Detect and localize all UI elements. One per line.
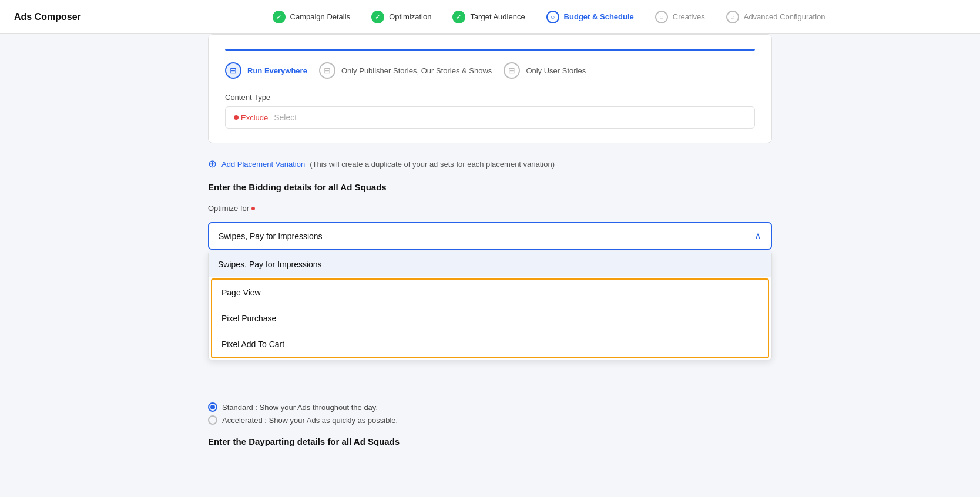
- optimize-dropdown-menu: Swipes, Pay for Impressions Page View Pi…: [208, 251, 772, 360]
- exclude-label: Exclude: [241, 113, 268, 122]
- optimize-dropdown-value: Swipes, Pay for Impressions: [219, 231, 323, 241]
- step-completed-icon: ✓: [371, 11, 384, 23]
- optimize-dropdown-container: Swipes, Pay for Impressions ∧ Swipes, Pa…: [208, 222, 772, 250]
- step-label: Campaign Details: [290, 12, 351, 21]
- content-type-label: Content Type: [225, 93, 755, 102]
- placement-option-run-everywhere[interactable]: ⊟ Run Everywhere: [225, 62, 307, 79]
- step-budget-schedule[interactable]: ○ Budget & Schedule: [536, 11, 645, 23]
- step-label: Advanced Configuration: [744, 12, 825, 21]
- step-label: Budget & Schedule: [564, 12, 634, 21]
- placement-radio-user-stories: ⊟: [504, 62, 520, 79]
- delivery-standard-label: Standard : Show your Ads throughout the …: [222, 403, 378, 412]
- add-placement-icon: ⊕: [208, 157, 217, 170]
- optimize-for-field: Optimize for: [208, 204, 772, 213]
- delivery-accelerated-label: Accelerated : Show your Ads as quickly a…: [222, 416, 398, 425]
- required-indicator: [251, 207, 255, 210]
- optimize-for-label: Optimize for: [208, 204, 772, 213]
- content-type-input[interactable]: Exclude Select: [225, 106, 755, 129]
- placement-icon-publisher-stories: ⊟: [324, 66, 331, 75]
- add-placement-label: Add Placement Variation: [221, 160, 305, 169]
- step-active-icon: ○: [546, 11, 559, 23]
- placement-radio-publisher-stories: ⊟: [319, 62, 335, 79]
- dayparting-heading: Enter the Dayparting details for all Ad …: [208, 436, 772, 454]
- step-target-audience[interactable]: ✓ Target Audience: [442, 11, 535, 23]
- placement-option-publisher-stories[interactable]: ⊟ Only Publisher Stories, Our Stories & …: [319, 62, 492, 79]
- dropdown-item-swipes[interactable]: Swipes, Pay for Impressions: [209, 251, 771, 277]
- add-placement-variation[interactable]: ⊕ Add Placement Variation (This will cre…: [208, 157, 772, 170]
- dropdown-highlighted-group: Page View Pixel Purchase Pixel Add To Ca…: [211, 278, 769, 358]
- exclude-dot-icon: [234, 115, 239, 120]
- step-inactive-icon: ○: [726, 11, 739, 23]
- dropdown-item-pixel-add-to-cart[interactable]: Pixel Add To Cart: [212, 331, 768, 357]
- placement-icon-user-stories: ⊟: [508, 66, 515, 75]
- chevron-up-icon: ∧: [754, 230, 761, 241]
- step-completed-icon: ✓: [452, 11, 465, 23]
- placement-label-user-stories: Only User Stories: [526, 66, 586, 75]
- placement-icon-run-everywhere: ⊟: [230, 66, 237, 75]
- bidding-section-heading: Enter the Bidding details for all Ad Squ…: [208, 182, 772, 192]
- optimize-dropdown-trigger[interactable]: Swipes, Pay for Impressions ∧: [208, 222, 772, 250]
- delivery-option-accelerated[interactable]: Accelerated : Show your Ads as quickly a…: [208, 415, 772, 425]
- exclude-badge: Exclude: [234, 113, 268, 122]
- main-content: ⊟ Run Everywhere ⊟ Only Publisher Storie…: [0, 34, 980, 489]
- dropdown-item-page-view[interactable]: Page View: [212, 280, 768, 305]
- placement-label-publisher-stories: Only Publisher Stories, Our Stories & Sh…: [341, 66, 492, 75]
- step-advanced-configuration[interactable]: ○ Advanced Configuration: [716, 11, 836, 23]
- placement-card: ⊟ Run Everywhere ⊟ Only Publisher Storie…: [208, 34, 772, 143]
- step-inactive-icon: ○: [655, 11, 668, 23]
- step-label: Target Audience: [470, 12, 525, 21]
- placement-options-row: ⊟ Run Everywhere ⊟ Only Publisher Storie…: [225, 62, 755, 79]
- dropdown-item-pixel-purchase[interactable]: Pixel Purchase: [212, 305, 768, 331]
- radio-accelerated-icon: [208, 415, 217, 425]
- delivery-option-standard[interactable]: Standard : Show your Ads throughout the …: [208, 402, 772, 412]
- step-optimization[interactable]: ✓ Optimization: [361, 11, 442, 23]
- step-label: Creatives: [673, 12, 705, 21]
- delivery-section: Standard : Show your Ads throughout the …: [208, 402, 772, 425]
- step-label: Optimization: [389, 12, 431, 21]
- radio-standard-icon: [208, 402, 217, 412]
- progress-bar: [225, 49, 755, 51]
- placement-label-run-everywhere: Run Everywhere: [247, 66, 307, 75]
- step-campaign-details[interactable]: ✓ Campaign Details: [262, 11, 361, 23]
- step-creatives[interactable]: ○ Creatives: [645, 11, 716, 23]
- add-placement-note: (This will create a duplicate of your ad…: [310, 160, 555, 169]
- app-title: Ads Composer: [14, 12, 132, 22]
- step-nav: ✓ Campaign Details ✓ Optimization ✓ Targ…: [132, 11, 966, 23]
- content-type-select-placeholder: Select: [274, 113, 297, 122]
- placement-radio-run-everywhere: ⊟: [225, 62, 241, 79]
- step-completed-icon: ✓: [273, 11, 286, 23]
- placement-option-user-stories[interactable]: ⊟ Only User Stories: [504, 62, 586, 79]
- app-header: Ads Composer ✓ Campaign Details ✓ Optimi…: [0, 0, 980, 34]
